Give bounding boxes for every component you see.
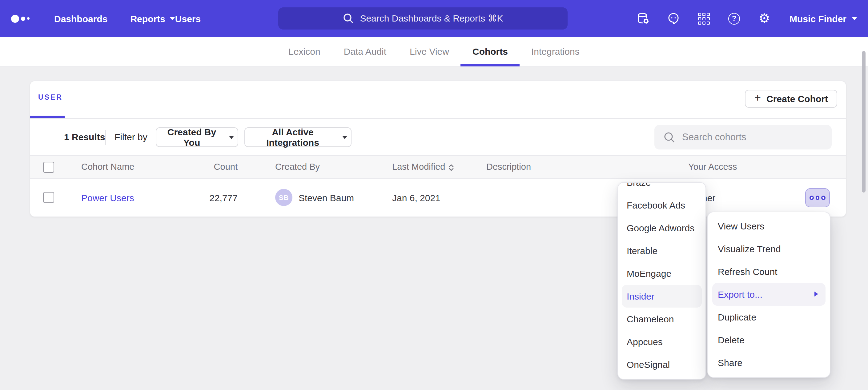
navbar-right: ? ⚙ Music Finder [637, 0, 857, 37]
integrations-filter-dropdown[interactable]: All Active Integrations [244, 127, 351, 147]
creator-avatar: SB [275, 189, 292, 206]
column-header-count: Count [188, 156, 238, 178]
dot-icon [815, 196, 819, 200]
top-navbar: Dashboards Reports Users Search Dashbo [0, 0, 868, 37]
divider [105, 130, 106, 145]
created-by-filter-dropdown[interactable]: Created By You [156, 127, 238, 147]
chevron-down-icon [342, 136, 347, 139]
menu-scrollbar-thumb[interactable] [862, 51, 866, 193]
dot-icon [809, 196, 813, 200]
nav-link[interactable]: Reports [130, 13, 175, 24]
export-destination-item[interactable]: Iterable [618, 239, 706, 262]
feedback-icon[interactable] [667, 12, 681, 25]
global-search-placeholder: Search Dashboards & Reports ⌘K [360, 13, 503, 24]
export-destination-item[interactable]: Braze [618, 182, 706, 194]
nav-link[interactable]: Users [175, 13, 201, 24]
dot-icon [822, 196, 826, 200]
export-destination-item[interactable]: Insider [622, 285, 702, 307]
cohort-name-link[interactable]: Power Users [81, 179, 134, 217]
action-menu-item[interactable]: Duplicate [708, 306, 830, 328]
export-destination-item[interactable]: Google Adwords [618, 217, 706, 239]
primary-nav: Dashboards Reports Users [33, 13, 201, 24]
column-header-created-by: Created By [275, 156, 320, 178]
action-menu-item[interactable]: View Users [708, 215, 830, 237]
submenu-arrow-icon [814, 292, 818, 296]
row-more-actions-button[interactable] [805, 188, 830, 207]
tab-user-cohorts[interactable]: USER [38, 94, 63, 101]
filter-by-label: Filter by [115, 119, 148, 156]
results-count: 1 Results [64, 119, 105, 156]
action-menu-item[interactable]: Export to... [712, 283, 826, 306]
chevron-down-icon [170, 17, 175, 20]
export-destination-item[interactable]: Facebook Ads [618, 194, 706, 217]
action-menu-item[interactable]: Refresh Count [708, 260, 830, 283]
section-tab[interactable]: Data Audit [332, 37, 398, 66]
workspace-switcher[interactable]: Music Finder [789, 13, 857, 24]
search-icon [343, 13, 354, 24]
table-header: Cohort Name Count Created By Last Modifi… [30, 155, 846, 179]
sort-icon [449, 164, 454, 171]
chevron-down-icon [852, 17, 857, 20]
select-all-checkbox[interactable] [43, 162, 54, 173]
row-actions-menu: View Users Visualize Trend Refresh Count… [707, 212, 831, 378]
section-tabbar: Lexicon Data Audit Live View Cohorts Int… [0, 37, 868, 66]
active-tab-underline [30, 116, 65, 118]
search-icon [663, 131, 675, 143]
creator-name: Steven Baum [299, 179, 354, 217]
settings-gear-icon[interactable]: ⚙ [757, 12, 771, 25]
section-tab[interactable]: Lexicon [277, 37, 332, 66]
cohort-search-placeholder: Search cohorts [682, 132, 746, 143]
filter-row: 1 Results Filter by Created By You All A… [30, 118, 846, 155]
table-row: Power Users 22,777 SB Steven Baum Jan 6,… [30, 179, 846, 217]
column-header-last-modified[interactable]: Last Modified [392, 156, 454, 178]
nav-link[interactable]: Dashboards [54, 13, 107, 24]
export-destination-item[interactable]: Appcues [618, 330, 706, 353]
section-tab[interactable]: Integrations [520, 37, 591, 66]
apps-grid-icon[interactable] [697, 12, 711, 25]
brand-logo-icon[interactable] [11, 14, 33, 23]
cohort-search-input[interactable]: Search cohorts [654, 125, 832, 150]
action-menu-item[interactable]: Share [708, 351, 830, 374]
chevron-down-icon [229, 136, 234, 139]
last-modified-date: Jan 6, 2021 [392, 179, 440, 217]
cohorts-panel: USER + Create Cohort 1 Results Filter by… [30, 80, 846, 217]
action-menu-item[interactable]: Visualize Trend [708, 237, 830, 260]
column-header-description: Description [486, 156, 531, 178]
export-destination-item[interactable]: OneSignal [618, 353, 706, 376]
data-settings-icon[interactable] [637, 12, 650, 25]
section-tab[interactable]: Cohorts [461, 37, 520, 66]
workspace-name: Music Finder [789, 13, 846, 24]
cohort-count: 22,777 [188, 179, 238, 217]
column-header-your-access: Your Access [688, 156, 737, 178]
section-tab[interactable]: Live View [398, 37, 461, 66]
global-search-input[interactable]: Search Dashboards & Reports ⌘K [278, 7, 567, 30]
export-destination-item[interactable]: MoEngage [618, 262, 706, 285]
column-header-cohort-name: Cohort Name [81, 156, 134, 178]
create-cohort-button[interactable]: + Create Cohort [745, 90, 837, 108]
action-menu-item[interactable]: Delete [708, 328, 830, 351]
row-checkbox[interactable] [43, 192, 54, 203]
export-destination-item[interactable]: Chameleon [618, 307, 706, 330]
export-destinations-menu: Braze Facebook Ads Google Adwords Iterab… [617, 182, 706, 380]
help-icon[interactable]: ? [727, 12, 741, 25]
cohorts-page: Dashboards Reports Users Search Dashbo [0, 0, 868, 390]
plus-icon: + [754, 92, 761, 105]
